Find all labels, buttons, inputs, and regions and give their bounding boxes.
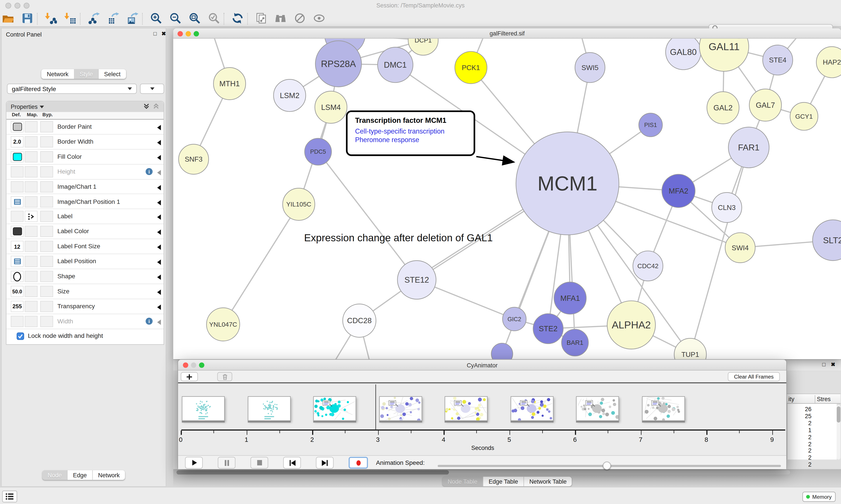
expand-property-icon[interactable] (157, 230, 161, 235)
close-panel-icon[interactable]: ✖ (161, 31, 166, 37)
def-cell[interactable]: 255 (11, 301, 24, 312)
network-node-node-bottom[interactable] (491, 343, 513, 359)
network-canvas[interactable]: DCP1RPS28ADMC1PCK1SWI5GAL80GAL11STE4HAP2… (173, 38, 841, 359)
network-node-dcp1[interactable]: DCP1 (408, 38, 438, 55)
frame-thumbnail-7s[interactable] (642, 396, 685, 421)
map-cell[interactable] (25, 301, 38, 312)
property-row-fill-color[interactable]: Fill Color (6, 149, 164, 164)
info-icon[interactable]: i (145, 168, 153, 177)
tab-select[interactable]: Select (99, 69, 126, 79)
expand-property-icon[interactable] (157, 215, 161, 220)
export-table-icon[interactable] (107, 12, 120, 25)
network-node-pis1[interactable]: PIS1 (639, 113, 662, 137)
network-node-mth1[interactable]: MTH1 (214, 68, 246, 100)
def-cell[interactable]: 12 (11, 241, 24, 252)
expand-property-icon[interactable] (157, 170, 161, 175)
property-row-image-chart-1[interactable]: Image/Chart 1 (6, 179, 164, 194)
play-button[interactable] (185, 457, 203, 469)
network-node-pdc5[interactable]: PDC5 (305, 138, 332, 165)
expand-all-icon[interactable] (143, 103, 149, 110)
map-cell[interactable] (25, 271, 38, 282)
map-cell[interactable] (25, 226, 38, 237)
table-row[interactable]: 25 (790, 413, 811, 419)
map-cell[interactable] (25, 256, 38, 267)
stop-button[interactable] (251, 457, 268, 469)
property-row-label[interactable]: Label (6, 209, 164, 224)
network-node-far1[interactable]: FAR1 (729, 127, 769, 168)
expand-property-icon[interactable] (157, 200, 161, 205)
table-row[interactable]: 2 (790, 461, 811, 468)
expand-property-icon[interactable] (157, 155, 161, 160)
def-cell[interactable] (11, 256, 24, 267)
expand-property-icon[interactable] (157, 125, 161, 130)
property-row-label-color[interactable]: Label Color (6, 224, 164, 239)
network-node-slt2[interactable]: SLT2 (812, 220, 841, 260)
table-row[interactable]: 2 (790, 454, 811, 461)
map-cell[interactable] (25, 136, 38, 147)
byp-cell[interactable] (40, 136, 53, 147)
tab-network-table[interactable]: Network Table (524, 476, 572, 486)
frame-thumbnail-3s[interactable] (379, 396, 422, 421)
table-row[interactable]: 1 (790, 427, 811, 433)
style-selector-dropdown[interactable]: galFiltered Style (7, 84, 137, 94)
network-node-mfa2[interactable]: MFA2 (662, 174, 695, 208)
import-network-icon[interactable] (45, 12, 58, 25)
map-cell[interactable] (25, 196, 38, 207)
network-node-yil105c[interactable]: YIL105C (283, 188, 315, 220)
map-cell[interactable] (25, 151, 38, 162)
annotation-link[interactable]: Cell-type-specific transcription (355, 128, 466, 135)
tab-network-style[interactable]: Network (93, 470, 125, 480)
byp-cell[interactable] (40, 196, 53, 207)
column-stress[interactable]: Stres (817, 396, 831, 402)
table-row[interactable]: 2 (790, 440, 811, 447)
map-cell[interactable] (25, 316, 38, 327)
frame-thumbnail-1s[interactable] (248, 396, 290, 421)
info-icon[interactable]: i (145, 317, 153, 327)
network-node-rps28a[interactable]: RPS28A (315, 41, 362, 87)
def-cell[interactable] (11, 196, 24, 207)
def-cell[interactable]: 50.0 (11, 286, 24, 297)
network-node-swi4[interactable]: SWI4 (725, 233, 755, 263)
property-row-border-paint[interactable]: Border Paint (6, 120, 164, 134)
map-cell[interactable] (25, 211, 38, 222)
byp-cell[interactable] (40, 211, 53, 222)
annotation-link[interactable]: Pheromone response (355, 136, 466, 144)
byp-cell[interactable] (40, 121, 53, 132)
add-frame-button[interactable] (181, 372, 198, 381)
expand-property-icon[interactable] (157, 260, 161, 265)
expand-property-icon[interactable] (157, 320, 161, 325)
network-node-mfa1[interactable]: MFA1 (554, 282, 586, 314)
tab-node[interactable]: Node (42, 470, 68, 480)
network-edge[interactable] (318, 152, 417, 280)
network-node-gic2[interactable]: GIC2 (503, 307, 526, 331)
open-session-icon[interactable] (2, 12, 15, 25)
frame-thumbnail-4s[interactable] (445, 396, 487, 421)
byp-cell[interactable] (40, 271, 53, 282)
property-row-image-chart-position-1[interactable]: Image/Chart Position 1 (6, 194, 164, 209)
tab-network[interactable]: Network (41, 69, 74, 79)
property-row-height[interactable]: Heighti (6, 164, 164, 179)
checkbox-checked-icon[interactable] (17, 332, 24, 342)
byp-cell[interactable] (40, 301, 53, 312)
export-network-icon[interactable] (88, 12, 101, 25)
properties-header[interactable]: Properties (6, 101, 164, 112)
slider-handle[interactable] (603, 462, 611, 470)
show-panels-button[interactable] (2, 491, 17, 502)
float-panel-icon[interactable]: □ (822, 361, 825, 367)
refresh-layout-icon[interactable] (232, 12, 245, 25)
def-cell[interactable] (11, 166, 24, 177)
property-row-shape[interactable]: Shape (6, 269, 164, 284)
network-node-bar1[interactable]: BAR1 (561, 329, 588, 356)
network-node-ste12[interactable]: STE12 (397, 260, 436, 299)
network-node-lsm2[interactable]: LSM2 (273, 79, 306, 111)
byp-cell[interactable] (40, 181, 53, 192)
byp-cell[interactable] (40, 151, 53, 162)
search-network-icon[interactable] (275, 12, 288, 25)
tab-edge-table[interactable]: Edge Table (483, 476, 524, 486)
network-node-cdc42[interactable]: CDC42 (633, 251, 663, 281)
expand-property-icon[interactable] (157, 305, 161, 310)
table-row[interactable]: 2 (790, 420, 811, 426)
clone-network-icon[interactable] (255, 12, 268, 25)
import-table-icon[interactable] (65, 12, 77, 25)
frame-thumbnail-2s[interactable] (313, 396, 356, 421)
